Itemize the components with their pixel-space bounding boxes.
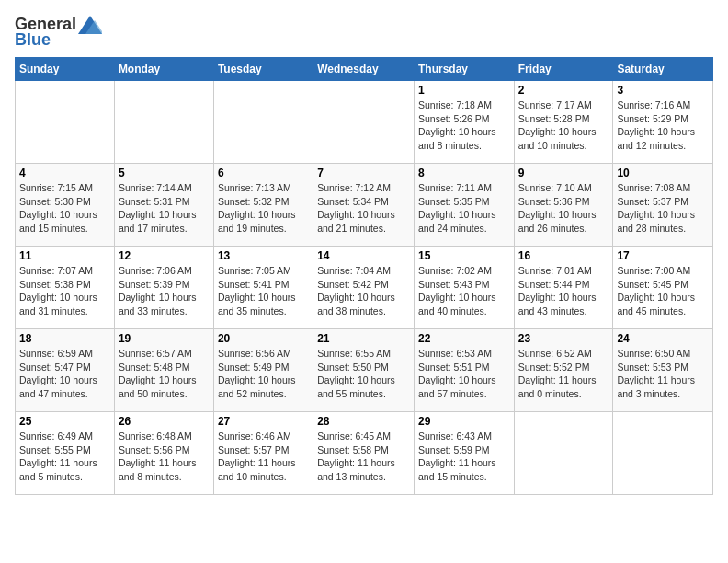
day-info: Sunrise: 6:43 AMSunset: 5:59 PMDaylight:… [418, 430, 510, 484]
week-row-2: 11Sunrise: 7:07 AMSunset: 5:38 PMDayligh… [16, 247, 713, 329]
calendar-cell: 15Sunrise: 7:02 AMSunset: 5:43 PMDayligh… [414, 247, 514, 329]
col-header-monday: Monday [114, 58, 213, 81]
calendar-cell: 20Sunrise: 6:56 AMSunset: 5:49 PMDayligh… [213, 329, 313, 412]
calendar-cell [613, 412, 713, 495]
logo-text-blue: Blue [15, 30, 51, 50]
day-info: Sunrise: 7:14 AMSunset: 5:31 PMDaylight:… [119, 181, 210, 236]
calendar-cell: 26Sunrise: 6:48 AMSunset: 5:56 PMDayligh… [114, 412, 213, 495]
day-info: Sunrise: 7:04 AMSunset: 5:42 PMDaylight:… [317, 264, 410, 318]
day-number: 22 [418, 332, 510, 345]
day-info: Sunrise: 7:07 AMSunset: 5:38 PMDaylight:… [19, 264, 110, 318]
day-number: 29 [418, 415, 510, 428]
calendar-cell: 1Sunrise: 7:18 AMSunset: 5:26 PMDaylight… [414, 81, 514, 164]
week-row-3: 18Sunrise: 6:59 AMSunset: 5:47 PMDayligh… [16, 329, 713, 412]
day-info: Sunrise: 7:13 AMSunset: 5:32 PMDaylight:… [218, 181, 309, 236]
calendar-cell: 13Sunrise: 7:05 AMSunset: 5:41 PMDayligh… [213, 247, 313, 329]
calendar-cell: 9Sunrise: 7:10 AMSunset: 5:36 PMDaylight… [514, 164, 613, 247]
calendar-cell: 12Sunrise: 7:06 AMSunset: 5:39 PMDayligh… [114, 247, 213, 329]
calendar-cell: 7Sunrise: 7:12 AMSunset: 5:34 PMDaylight… [313, 164, 415, 247]
day-info: Sunrise: 6:56 AMSunset: 5:49 PMDaylight:… [218, 347, 309, 401]
calendar-cell: 2Sunrise: 7:17 AMSunset: 5:28 PMDaylight… [514, 81, 613, 164]
day-info: Sunrise: 6:55 AMSunset: 5:50 PMDaylight:… [317, 347, 410, 401]
logo-icon [78, 16, 102, 34]
calendar-cell: 25Sunrise: 6:49 AMSunset: 5:55 PMDayligh… [16, 412, 115, 495]
col-header-sunday: Sunday [16, 58, 115, 81]
week-row-0: 1Sunrise: 7:18 AMSunset: 5:26 PMDaylight… [16, 81, 713, 164]
day-info: Sunrise: 6:45 AMSunset: 5:58 PMDaylight:… [317, 430, 410, 484]
day-info: Sunrise: 6:52 AMSunset: 5:52 PMDaylight:… [518, 347, 609, 401]
day-info: Sunrise: 6:49 AMSunset: 5:55 PMDaylight:… [19, 430, 110, 484]
day-number: 20 [218, 332, 309, 345]
day-number: 5 [119, 167, 210, 179]
day-number: 3 [617, 84, 709, 97]
calendar-cell: 11Sunrise: 7:07 AMSunset: 5:38 PMDayligh… [16, 247, 115, 329]
calendar-cell: 24Sunrise: 6:50 AMSunset: 5:53 PMDayligh… [613, 329, 713, 412]
calendar-cell [213, 81, 313, 164]
day-number: 12 [119, 249, 210, 262]
day-info: Sunrise: 6:50 AMSunset: 5:53 PMDaylight:… [617, 347, 709, 401]
calendar-cell: 23Sunrise: 6:52 AMSunset: 5:52 PMDayligh… [514, 329, 613, 412]
day-number: 8 [418, 167, 510, 179]
day-info: Sunrise: 7:12 AMSunset: 5:34 PMDaylight:… [317, 181, 410, 236]
day-info: Sunrise: 7:01 AMSunset: 5:44 PMDaylight:… [518, 264, 609, 318]
calendar-cell: 8Sunrise: 7:11 AMSunset: 5:35 PMDaylight… [414, 164, 514, 247]
day-info: Sunrise: 7:18 AMSunset: 5:26 PMDaylight:… [418, 98, 510, 153]
day-number: 25 [19, 415, 110, 428]
calendar-cell: 22Sunrise: 6:53 AMSunset: 5:51 PMDayligh… [414, 329, 514, 412]
calendar-cell: 21Sunrise: 6:55 AMSunset: 5:50 PMDayligh… [313, 329, 415, 412]
day-number: 16 [518, 249, 609, 262]
day-number: 18 [19, 332, 110, 345]
calendar-cell: 16Sunrise: 7:01 AMSunset: 5:44 PMDayligh… [514, 247, 613, 329]
calendar-cell: 5Sunrise: 7:14 AMSunset: 5:31 PMDaylight… [114, 164, 213, 247]
week-row-4: 25Sunrise: 6:49 AMSunset: 5:55 PMDayligh… [16, 412, 713, 495]
day-number: 1 [418, 84, 510, 97]
day-info: Sunrise: 7:16 AMSunset: 5:29 PMDaylight:… [617, 98, 709, 153]
calendar-cell: 18Sunrise: 6:59 AMSunset: 5:47 PMDayligh… [16, 329, 115, 412]
day-number: 7 [317, 167, 410, 179]
col-header-thursday: Thursday [414, 58, 514, 81]
day-info: Sunrise: 7:15 AMSunset: 5:30 PMDaylight:… [19, 181, 110, 236]
logo: General Blue [15, 15, 102, 50]
day-number: 4 [19, 167, 110, 179]
week-row-1: 4Sunrise: 7:15 AMSunset: 5:30 PMDaylight… [16, 164, 713, 247]
day-info: Sunrise: 7:02 AMSunset: 5:43 PMDaylight:… [418, 264, 510, 318]
day-number: 21 [317, 332, 410, 345]
day-info: Sunrise: 7:08 AMSunset: 5:37 PMDaylight:… [617, 181, 709, 236]
col-header-friday: Friday [514, 58, 613, 81]
day-number: 27 [218, 415, 309, 428]
day-number: 24 [617, 332, 709, 345]
day-info: Sunrise: 7:11 AMSunset: 5:35 PMDaylight:… [418, 181, 510, 236]
day-info: Sunrise: 6:59 AMSunset: 5:47 PMDaylight:… [19, 347, 110, 401]
day-number: 15 [418, 249, 510, 262]
header-row: SundayMondayTuesdayWednesdayThursdayFrid… [16, 58, 713, 81]
day-number: 2 [518, 84, 609, 97]
calendar-table: SundayMondayTuesdayWednesdayThursdayFrid… [15, 57, 713, 495]
day-number: 13 [218, 249, 309, 262]
day-number: 11 [19, 249, 110, 262]
calendar-cell [313, 81, 415, 164]
day-number: 10 [617, 167, 709, 179]
header: General Blue [15, 15, 713, 50]
day-info: Sunrise: 6:48 AMSunset: 5:56 PMDaylight:… [119, 430, 210, 484]
day-number: 9 [518, 167, 609, 179]
day-number: 14 [317, 249, 410, 262]
col-header-wednesday: Wednesday [313, 58, 415, 81]
day-info: Sunrise: 6:57 AMSunset: 5:48 PMDaylight:… [119, 347, 210, 401]
calendar-cell: 6Sunrise: 7:13 AMSunset: 5:32 PMDaylight… [213, 164, 313, 247]
calendar-cell [114, 81, 213, 164]
col-header-tuesday: Tuesday [213, 58, 313, 81]
calendar-cell: 14Sunrise: 7:04 AMSunset: 5:42 PMDayligh… [313, 247, 415, 329]
day-info: Sunrise: 7:05 AMSunset: 5:41 PMDaylight:… [218, 264, 309, 318]
day-info: Sunrise: 6:53 AMSunset: 5:51 PMDaylight:… [418, 347, 510, 401]
day-number: 17 [617, 249, 709, 262]
day-number: 6 [218, 167, 309, 179]
calendar-cell: 28Sunrise: 6:45 AMSunset: 5:58 PMDayligh… [313, 412, 415, 495]
col-header-saturday: Saturday [613, 58, 713, 81]
calendar-cell: 17Sunrise: 7:00 AMSunset: 5:45 PMDayligh… [613, 247, 713, 329]
calendar-cell [514, 412, 613, 495]
day-number: 26 [119, 415, 210, 428]
day-info: Sunrise: 7:17 AMSunset: 5:28 PMDaylight:… [518, 98, 609, 153]
calendar-cell: 19Sunrise: 6:57 AMSunset: 5:48 PMDayligh… [114, 329, 213, 412]
calendar-cell: 27Sunrise: 6:46 AMSunset: 5:57 PMDayligh… [213, 412, 313, 495]
day-info: Sunrise: 7:06 AMSunset: 5:39 PMDaylight:… [119, 264, 210, 318]
